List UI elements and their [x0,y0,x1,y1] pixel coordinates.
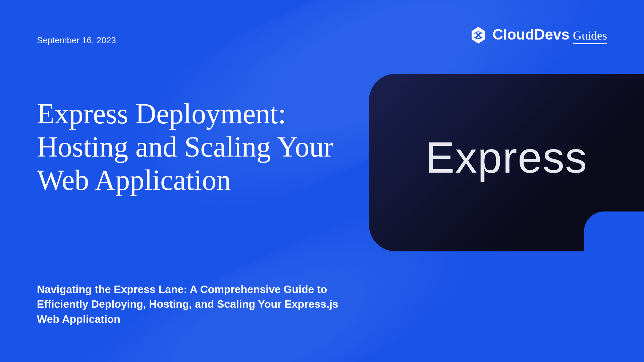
brand-header: CloudDevs Guides [468,25,607,45]
page-title: Express Deployment: Hosting and Scaling … [37,97,339,197]
brand-text: CloudDevs Guides [492,26,607,44]
brand-name-main: CloudDevs [492,26,570,43]
brand-name-sub: Guides [573,28,607,44]
express-framework-card: Express [369,74,644,251]
express-framework-label: Express [425,132,588,183]
clouddevs-logo-icon [468,25,488,45]
page-subtitle: Navigating the Express Lane: A Comprehen… [37,282,352,327]
publish-date: September 16, 2023 [37,35,116,46]
